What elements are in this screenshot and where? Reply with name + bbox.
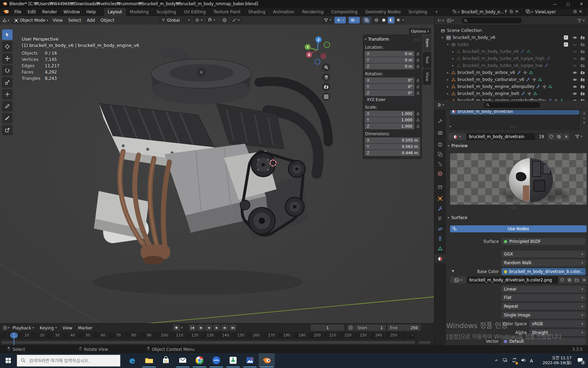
sync-icon[interactable] bbox=[512, 357, 517, 364]
tab-object-data[interactable] bbox=[434, 244, 446, 253]
taskbar-app-edge[interactable]: e bbox=[124, 353, 140, 367]
workspace-tab-uv-editing[interactable]: UV Editing bbox=[180, 8, 210, 16]
transform-field-y[interactable]: Y0 m bbox=[365, 57, 414, 63]
tray-clock[interactable]: 오전 11:17 2022-09-19(월) bbox=[537, 356, 572, 366]
properties-editor-type-button[interactable]: ▾ bbox=[437, 103, 444, 107]
tab-physics[interactable] bbox=[434, 224, 446, 233]
expander-icon[interactable]: ▸ bbox=[452, 50, 456, 53]
taskbar-app-store[interactable] bbox=[158, 353, 174, 367]
tab-world[interactable] bbox=[434, 169, 446, 178]
playhead[interactable] bbox=[14, 332, 14, 346]
tool-scale[interactable] bbox=[2, 77, 13, 88]
disable-in-renders-toggle[interactable] bbox=[579, 48, 586, 55]
tool-rotate[interactable] bbox=[2, 65, 13, 76]
expander-icon[interactable]: ▸ bbox=[447, 71, 451, 74]
lock-open-icon[interactable] bbox=[416, 91, 420, 95]
outliner-row[interactable]: ▸bruckell_m_body_airbox_v6 bbox=[434, 69, 588, 76]
ruler-scroll-arrow[interactable]: ‹ bbox=[412, 333, 413, 338]
taskbar-app-mail[interactable] bbox=[175, 353, 191, 367]
transform-field-z[interactable]: Z0.446 m bbox=[365, 150, 420, 156]
unlink-material-button[interactable] bbox=[563, 133, 569, 140]
nav-zoom-button[interactable] bbox=[322, 63, 330, 71]
taskbar-app-whale[interactable] bbox=[208, 353, 224, 367]
transform-field-x[interactable]: X0.555 m bbox=[365, 137, 420, 143]
close-button[interactable]: ✕ bbox=[575, 0, 588, 8]
network-icon[interactable] bbox=[503, 357, 508, 364]
minimize-button[interactable]: — bbox=[548, 0, 561, 8]
timeline-menu-marker[interactable]: Marker bbox=[75, 324, 95, 332]
disable-in-renders-toggle[interactable] bbox=[579, 62, 586, 69]
color-space-dropdown[interactable]: sRGB▾ bbox=[530, 320, 586, 327]
tab-view-layer[interactable] bbox=[434, 150, 446, 159]
tray-chevron-icon[interactable] bbox=[494, 358, 498, 363]
taskbar-app-archiver[interactable] bbox=[225, 353, 241, 367]
record-options-chevron[interactable]: ▾ bbox=[181, 326, 183, 329]
lock-open-icon[interactable] bbox=[416, 79, 420, 82]
pivot-point-button[interactable]: ▾ bbox=[193, 17, 204, 23]
outliner-editor-type-button[interactable]: ▾ bbox=[437, 18, 444, 23]
distribution-dropdown[interactable]: GGX▾ bbox=[502, 251, 586, 258]
transform-field-x[interactable]: X0 m bbox=[365, 51, 414, 57]
outliner-row[interactable]: ▸bruckell_m_body_turbo_v6_icpipe_high bbox=[434, 55, 588, 62]
taskbar-search-input[interactable] bbox=[28, 358, 114, 364]
transform-field-z[interactable]: Z0 m bbox=[365, 63, 414, 69]
slot-specials-button[interactable]: ▾ bbox=[581, 121, 587, 124]
tool-cursor[interactable] bbox=[2, 41, 13, 52]
xray-toggle[interactable] bbox=[363, 17, 371, 23]
start-frame-field[interactable]: Start1 bbox=[355, 325, 386, 331]
new-scene-icon[interactable] bbox=[509, 9, 513, 15]
properties-search-input[interactable] bbox=[490, 103, 537, 108]
disable-in-renders-toggle[interactable] bbox=[579, 90, 586, 97]
workspace-tab-geometry-nodes[interactable]: Geometry Nodes bbox=[362, 8, 405, 16]
notification-icon[interactable]: 3 bbox=[577, 357, 583, 364]
image-copy-button[interactable] bbox=[566, 277, 573, 284]
timeline-menu-keying[interactable]: Keying▾ bbox=[37, 324, 60, 332]
play-button[interactable] bbox=[213, 325, 220, 331]
hide-in-viewport-toggle[interactable] bbox=[571, 69, 578, 76]
transform-field-y[interactable]: Y1.000 bbox=[365, 117, 414, 123]
shading-rendered-button[interactable] bbox=[395, 17, 402, 23]
workspace-tab-shading[interactable]: Shading bbox=[244, 8, 269, 16]
add-workspace-tab[interactable]: + bbox=[431, 8, 442, 16]
slot-expander-icon[interactable]: ▸ bbox=[450, 124, 451, 128]
snap-button[interactable]: ▾ bbox=[206, 17, 217, 23]
maximize-button[interactable]: ▢ bbox=[561, 0, 575, 8]
tab-modifiers[interactable] bbox=[434, 204, 446, 213]
expander-icon[interactable]: ▸ bbox=[447, 92, 451, 95]
viewport-menu-select[interactable]: Select bbox=[65, 16, 84, 25]
hide-in-viewport-toggle[interactable] bbox=[571, 76, 578, 83]
expander-icon[interactable]: ▸ bbox=[447, 85, 451, 88]
timeline-scrollbar-end[interactable] bbox=[419, 341, 430, 344]
menu-edit[interactable]: Edit bbox=[24, 8, 39, 16]
new-view-layer-icon[interactable] bbox=[573, 9, 577, 15]
pin-icon[interactable] bbox=[504, 9, 508, 15]
transform-field-z[interactable]: Z1.000 bbox=[365, 123, 414, 129]
disable-in-renders-toggle[interactable] bbox=[579, 97, 586, 101]
interpolation-dropdown[interactable]: Linear▾ bbox=[502, 286, 586, 293]
outliner-display-mode-button[interactable]: ▾ bbox=[447, 18, 454, 23]
outliner-row[interactable]: Scene Collection bbox=[434, 27, 588, 34]
outliner-row[interactable]: ▸bruckell_m_body_turbo_v6_icpipe_low bbox=[434, 62, 588, 69]
menu-window[interactable]: Window bbox=[60, 8, 83, 16]
panel-resize-dots[interactable] bbox=[510, 206, 517, 209]
start-button[interactable] bbox=[0, 353, 16, 367]
ime-indicator[interactable]: A bbox=[530, 358, 533, 363]
chevron-down-icon[interactable]: ▾ bbox=[402, 19, 404, 22]
material-browse-button[interactable]: ▾ bbox=[448, 133, 466, 140]
hide-in-viewport-toggle[interactable] bbox=[571, 83, 578, 90]
tab-material[interactable] bbox=[434, 254, 446, 263]
outliner-row[interactable]: ▸bruckell_m_body_engine_belt bbox=[434, 90, 588, 97]
jump-to-start-button[interactable] bbox=[189, 325, 196, 331]
timeline-scrollbar[interactable] bbox=[1, 341, 415, 344]
material-users-count[interactable]: 19 bbox=[536, 133, 547, 140]
outliner-row[interactable]: ▸bruckell_m_body_engine_altenpulley bbox=[434, 83, 588, 90]
material-filter-button[interactable]: ▾ bbox=[575, 134, 582, 139]
options-button[interactable]: Options▾ bbox=[409, 28, 431, 34]
rotation-order-dropdown[interactable]: XYZ Euler bbox=[365, 97, 420, 103]
workspace-tab-scripting[interactable]: Scripting bbox=[405, 8, 431, 16]
record-button[interactable] bbox=[173, 325, 180, 331]
disable-in-renders-toggle[interactable] bbox=[579, 69, 586, 76]
disable-in-renders-toggle[interactable] bbox=[579, 55, 586, 62]
outliner-search[interactable] bbox=[461, 17, 522, 24]
proportional-editing-button[interactable] bbox=[220, 17, 229, 23]
